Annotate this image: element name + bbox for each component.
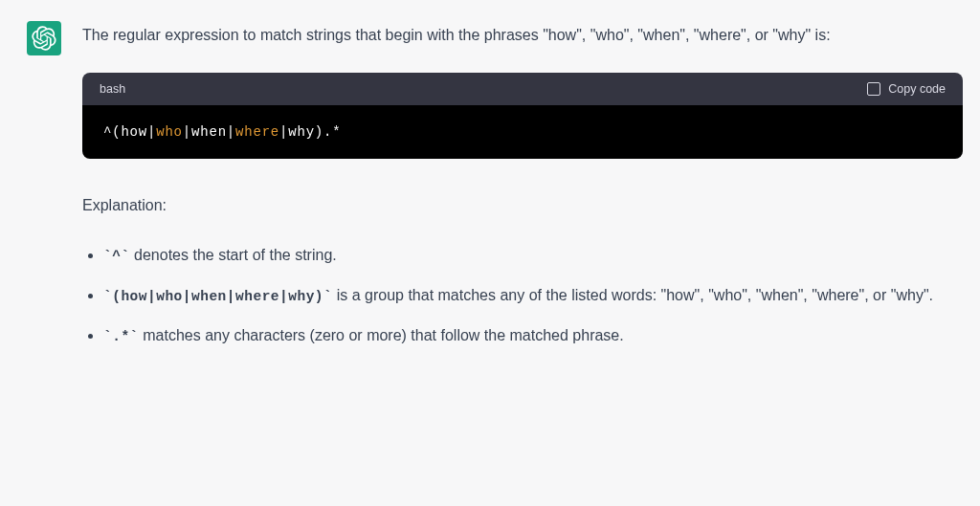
inline-code: `(how|who|when|where|why)` — [103, 289, 332, 304]
intro-text: The regular expression to match strings … — [82, 21, 963, 50]
copy-code-label: Copy code — [888, 82, 946, 96]
code-token: | — [147, 124, 156, 140]
assistant-avatar — [27, 21, 61, 55]
code-token: |when| — [183, 124, 235, 140]
code-token: who — [156, 124, 183, 140]
code-token: |why).* — [279, 124, 341, 140]
inline-code: `.*` — [103, 329, 139, 344]
explanation-heading: Explanation: — [82, 197, 963, 214]
copy-code-button[interactable]: Copy code — [867, 82, 946, 96]
list-item-text: is a group that matches any of the liste… — [332, 287, 933, 303]
code-body[interactable]: ^(how|who|when|where|why).* — [82, 105, 963, 159]
code-header: bash Copy code — [82, 73, 963, 105]
list-item: `^` denotes the start of the string. — [103, 241, 963, 270]
message-container: The regular expression to match strings … — [0, 0, 980, 362]
list-item: `(how|who|when|where|why)` is a group th… — [103, 281, 963, 310]
code-token: ^(how — [103, 124, 147, 140]
list-item-text: denotes the start of the string. — [130, 247, 337, 263]
explanation-list: `^` denotes the start of the string.`(ho… — [82, 241, 963, 349]
inline-code: `^` — [103, 249, 130, 264]
code-block: bash Copy code ^(how|who|when|where|why)… — [82, 73, 963, 159]
message-content: The regular expression to match strings … — [82, 21, 963, 362]
list-item-text: matches any characters (zero or more) th… — [139, 327, 624, 343]
openai-logo-icon — [32, 26, 56, 51]
clipboard-icon — [867, 82, 880, 96]
code-language-label: bash — [100, 82, 125, 96]
list-item: `.*` matches any characters (zero or mor… — [103, 321, 963, 350]
code-token: where — [235, 124, 279, 140]
